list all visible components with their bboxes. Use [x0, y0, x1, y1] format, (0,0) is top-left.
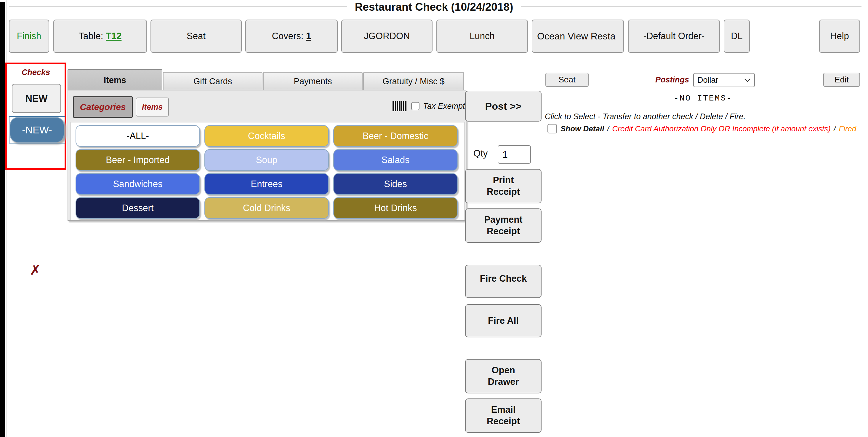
seat-button[interactable]: Seat	[151, 20, 242, 53]
category-button-soup[interactable]: Soup	[205, 149, 329, 171]
legend-credit-warning: Credit Card Authorization Only OR Incomp…	[612, 124, 831, 134]
post-button[interactable]: Post >>	[465, 91, 541, 121]
covers-prefix: Covers:	[272, 31, 306, 41]
finish-label: Finish	[17, 31, 41, 41]
category-button-salads[interactable]: Salads	[333, 149, 458, 171]
postings-selected-value: Dollar	[698, 76, 718, 85]
help-button[interactable]: Help	[819, 20, 860, 53]
page-title: Restaurant Check (10/24/2018)	[0, 0, 868, 16]
restaurant-button[interactable]: Ocean View Resta	[532, 20, 624, 53]
dl-button[interactable]: DL	[724, 20, 750, 53]
window-edge-strip	[0, 2, 5, 437]
finish-button[interactable]: Finish	[9, 20, 49, 53]
tab-gift-cards[interactable]: Gift Cards	[163, 72, 262, 90]
show-detail-checkbox[interactable]	[548, 124, 557, 134]
covers-button[interactable]: Covers: 1	[245, 20, 338, 53]
delete-x-icon[interactable]: ✗	[30, 263, 41, 277]
chevron-down-icon	[744, 78, 751, 82]
fire-check-button[interactable]: Fire Check	[465, 265, 541, 298]
covers-value: 1	[306, 31, 311, 41]
show-detail-label: Show Detail	[560, 124, 604, 134]
postings-currency-select[interactable]: Dollar	[693, 73, 755, 87]
category-button-all[interactable]: -ALL-	[75, 125, 200, 147]
tab-payments[interactable]: Payments	[263, 72, 363, 90]
category-button-sides[interactable]: Sides	[333, 173, 458, 195]
email-receipt-button[interactable]: Email Receipt	[465, 399, 541, 433]
category-button-beer-domestic[interactable]: Beer - Domestic	[333, 125, 458, 147]
items-toggle-button[interactable]: Items	[136, 97, 169, 117]
qty-input[interactable]	[498, 145, 531, 164]
category-button-sandwiches[interactable]: Sandwiches	[75, 173, 200, 195]
new-check-button[interactable]: NEW	[12, 84, 61, 113]
empty-check-message: -NO ITEMS-	[544, 94, 862, 103]
server-button[interactable]: JGORDON	[341, 20, 433, 53]
category-button-cocktails[interactable]: Cocktails	[205, 125, 329, 147]
category-button-dessert[interactable]: Dessert	[75, 197, 200, 219]
tab-gratuity-misc[interactable]: Gratuity / Misc $	[363, 72, 464, 90]
print-receipt-button[interactable]: Print Receipt	[465, 169, 541, 203]
postings-label: Postings	[655, 75, 689, 85]
tab-items[interactable]: Items	[67, 69, 162, 90]
checks-panel-title: Checks	[7, 68, 65, 77]
categories-toggle-button[interactable]: Categories	[73, 96, 133, 118]
payment-receipt-button[interactable]: Payment Receipt	[465, 208, 541, 243]
meal-period-button[interactable]: Lunch	[436, 20, 528, 53]
open-drawer-button[interactable]: Open Drawer	[465, 359, 541, 394]
detail-legend-row: Show Detail / Credit Card Authorization …	[548, 124, 857, 134]
legend-fired: Fired	[839, 124, 856, 134]
table-value: T12	[106, 31, 121, 41]
order-type-button[interactable]: -Default Order-	[628, 20, 720, 53]
table-prefix: Table:	[79, 31, 106, 41]
checks-panel: Checks NEW -NEW-	[5, 63, 66, 170]
qty-label: Qty	[473, 148, 488, 159]
items-tab-panel: Categories Items Tax Exempt -ALL- Cockta…	[67, 90, 466, 221]
fire-all-button[interactable]: Fire All	[465, 304, 541, 338]
barcode-icon[interactable]	[393, 101, 407, 111]
legend-separator: /	[831, 124, 839, 134]
selected-check-button[interactable]: -NEW-	[10, 117, 64, 143]
edit-button[interactable]: Edit	[823, 72, 860, 87]
tax-exempt-checkbox[interactable]	[411, 102, 420, 110]
category-grid: -ALL- Cocktails Beer - Domestic Beer - I…	[70, 122, 465, 220]
category-button-beer-imported[interactable]: Beer - Imported	[75, 149, 200, 171]
tax-exempt-label: Tax Exempt	[423, 102, 465, 111]
legend-separator: /	[604, 124, 612, 134]
category-button-cold-drinks[interactable]: Cold Drinks	[205, 197, 329, 219]
select-hint-text: Click to Select - Transfer to another ch…	[545, 112, 746, 121]
category-button-hot-drinks[interactable]: Hot Drinks	[333, 197, 458, 219]
detail-seat-button[interactable]: Seat	[546, 72, 589, 87]
category-button-entrees[interactable]: Entrees	[205, 173, 329, 195]
table-button[interactable]: Table: T12	[53, 20, 147, 53]
